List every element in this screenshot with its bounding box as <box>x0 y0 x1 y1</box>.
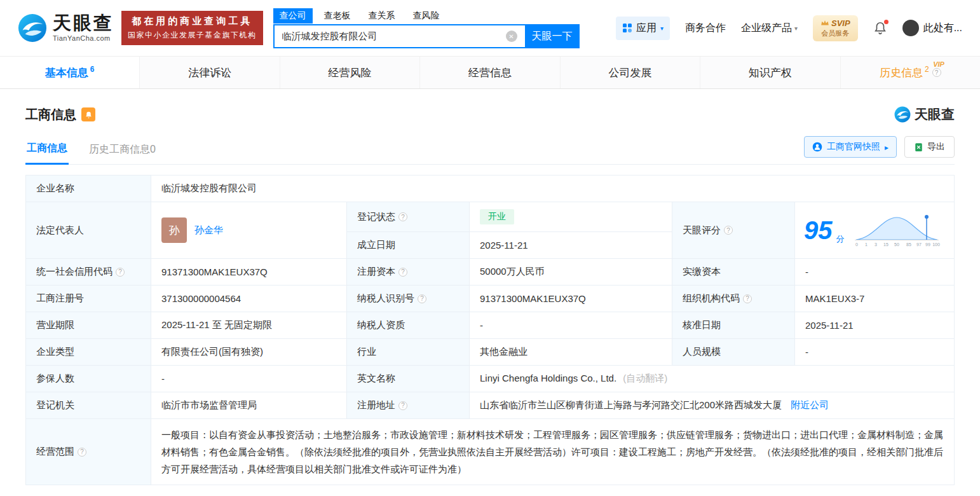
label-reg-authority: 登记机关 <box>26 392 151 419</box>
brand-slogan: 都在用的商业查询工具 国家中小企业发展子基金旗下机构 <box>121 11 263 45</box>
help-icon[interactable] <box>724 226 733 235</box>
tab-basic-info[interactable]: 基本信息 6 <box>0 57 140 88</box>
svg-text:85: 85 <box>906 242 911 247</box>
value-reg-address: 山东省临沂市兰山区柳青街道上海路与孝河路交汇北200米路西城发大厦 附近公司 <box>470 392 955 419</box>
business-cooperation-link[interactable]: 商务合作 <box>685 22 726 35</box>
svip-membership-button[interactable]: SVIP 会员服务 <box>813 15 858 41</box>
value-business-term: 2025-11-21 至 无固定期限 <box>151 312 347 339</box>
top-header: 天眼查 TianYanCha.com 都在用的商业查询工具 国家中小企业发展子基… <box>0 0 980 56</box>
section-header: 工商信息 天眼查 <box>25 106 955 123</box>
main-content: 工商信息 天眼查 工商信息 历史工商信息0 <box>0 106 980 485</box>
subscribe-bell-button[interactable] <box>81 107 95 121</box>
notification-dot <box>884 20 888 24</box>
value-business-scope: 一般项目：以自有资金从事投资活动；土地整治服务；市政设施管理；新材料技术研发；工… <box>151 419 955 485</box>
enterprise-products-menu[interactable]: 企业级产品 <box>741 22 798 35</box>
score-distribution-chart: 0 1 3 15 50 85 97 99 100 <box>852 212 941 249</box>
help-icon[interactable] <box>743 294 752 303</box>
label-credit-code: 统一社会信用代码 <box>26 259 151 286</box>
export-button[interactable]: 导出 <box>904 136 955 158</box>
legal-rep-link[interactable]: 孙金华 <box>194 224 223 237</box>
score-unit: 分 <box>836 233 845 245</box>
label-company-name: 企业名称 <box>26 176 151 202</box>
table-row: 法定代表人 孙 孙金华 登记状态 开业 天眼评分 95 分 <box>26 202 955 232</box>
label-taxpayer-id: 纳税人识别号 <box>347 286 470 312</box>
nearby-companies-link[interactable]: 附近公司 <box>791 399 829 410</box>
help-icon[interactable] <box>398 401 407 410</box>
table-row: 企业名称 临沂城发控股有限公司 <box>26 176 955 202</box>
value-company-name: 临沂城发控股有限公司 <box>151 176 955 202</box>
tab-history-info[interactable]: VIP 历史信息 2 <box>841 57 980 88</box>
search-tab-boss[interactable]: 查老板 <box>318 8 357 24</box>
svg-text:1: 1 <box>865 242 868 247</box>
notification-bell-button[interactable] <box>873 20 887 36</box>
svg-text:100: 100 <box>932 242 940 247</box>
brand-name: 天眼查 <box>53 14 114 32</box>
label-org-code: 组织机构代码 <box>672 286 795 312</box>
vip-badge: VIP <box>933 60 944 68</box>
subtab-history-registration[interactable]: 历史工商信息0 <box>88 143 157 164</box>
value-reg-authority: 临沂市市场监督管理局 <box>151 392 347 419</box>
table-row: 经营范围 一般项目：以自有资金从事投资活动；土地整治服务；市政设施管理；新材料技… <box>26 419 955 485</box>
tab-company-development[interactable]: 公司发展 <box>561 57 700 88</box>
search-tab-company[interactable]: 查公司 <box>273 8 313 24</box>
value-industry: 其他金融业 <box>470 339 672 366</box>
sub-tab-row: 工商信息 历史工商信息0 工商官网快照 导出 <box>25 136 955 165</box>
value-insured-count: - <box>151 366 347 392</box>
apps-menu-button[interactable]: 应用 <box>616 17 670 40</box>
help-icon[interactable] <box>418 294 426 303</box>
search-input[interactable] <box>273 24 525 48</box>
tab-operational-risk[interactable]: 经营风险 <box>280 57 420 88</box>
value-reg-capital: 50000万人民币 <box>470 259 672 286</box>
value-taxpayer-id: 91371300MAK1EUX37Q <box>470 286 672 312</box>
tianyancha-logo-icon <box>894 106 911 123</box>
label-reg-number: 工商注册号 <box>26 286 151 312</box>
label-staff-size: 人员规模 <box>672 339 795 366</box>
label-reg-capital: 注册资本 <box>347 259 470 286</box>
search-button[interactable]: 天眼一下 <box>525 24 580 48</box>
help-icon[interactable] <box>932 68 941 77</box>
section-title: 工商信息 <box>25 106 76 123</box>
label-insured-count: 参保人数 <box>26 366 151 392</box>
subtab-business-registration[interactable]: 工商信息 <box>25 142 69 165</box>
clear-icon[interactable] <box>506 31 517 42</box>
label-paid-capital: 实缴资本 <box>672 259 795 286</box>
help-icon[interactable] <box>398 212 407 221</box>
user-account[interactable]: 此处有... <box>902 20 962 36</box>
user-avatar <box>902 20 919 36</box>
arrow-right-icon <box>885 142 888 152</box>
table-row: 企业类型 有限责任公司(国有独资) 行业 其他金融业 人员规模 - <box>26 339 955 366</box>
site-logo[interactable]: 天眼查 TianYanCha.com <box>18 13 114 43</box>
label-reg-status: 登记状态 <box>347 202 470 232</box>
label-english-name: 英文名称 <box>347 366 470 392</box>
value-company-type: 有限责任公司(国有独资) <box>151 339 347 366</box>
label-establish-date: 成立日期 <box>347 232 470 259</box>
excel-icon <box>914 142 923 152</box>
value-reg-status: 开业 <box>470 202 672 232</box>
legal-rep-avatar[interactable]: 孙 <box>161 217 187 243</box>
svg-text:15: 15 <box>883 242 888 247</box>
tianyancha-logo-icon <box>18 13 47 43</box>
value-legal-rep: 孙 孙金华 <box>151 202 347 259</box>
table-row: 统一社会信用代码 91371300MAK1EUX37Q 注册资本 50000万人… <box>26 259 955 286</box>
help-icon[interactable] <box>398 268 407 277</box>
table-row: 参保人数 - 英文名称 Linyi Chengfa Holdings Co., … <box>26 366 955 392</box>
chevron-down-icon <box>660 25 664 32</box>
help-icon[interactable] <box>78 448 86 457</box>
tab-business-info[interactable]: 经营信息 <box>420 57 560 88</box>
value-paid-capital: - <box>795 259 955 286</box>
main-tab-bar: 基本信息 6 法律诉讼 经营风险 经营信息 公司发展 知识产权 VIP 历史信息… <box>0 56 980 89</box>
table-row: 营业期限 2025-11-21 至 无固定期限 纳税人资质 - 核准日期 202… <box>26 312 955 339</box>
value-credit-code: 91371300MAK1EUX37Q <box>151 259 347 286</box>
label-business-term: 营业期限 <box>26 312 151 339</box>
tab-intellectual-property[interactable]: 知识产权 <box>700 57 840 88</box>
label-tianyan-score: 天眼评分 <box>672 202 795 259</box>
value-staff-size: - <box>795 339 955 366</box>
status-badge: 开业 <box>480 209 514 224</box>
search-tab-relation[interactable]: 查关系 <box>362 8 402 24</box>
help-icon[interactable] <box>116 268 125 277</box>
tab-legal-proceedings[interactable]: 法律诉讼 <box>140 57 280 88</box>
search-tab-risk[interactable]: 查风险 <box>407 8 446 24</box>
label-company-type: 企业类型 <box>26 339 151 366</box>
official-snapshot-button[interactable]: 工商官网快照 <box>804 136 897 158</box>
label-reg-address: 注册地址 <box>347 392 470 419</box>
